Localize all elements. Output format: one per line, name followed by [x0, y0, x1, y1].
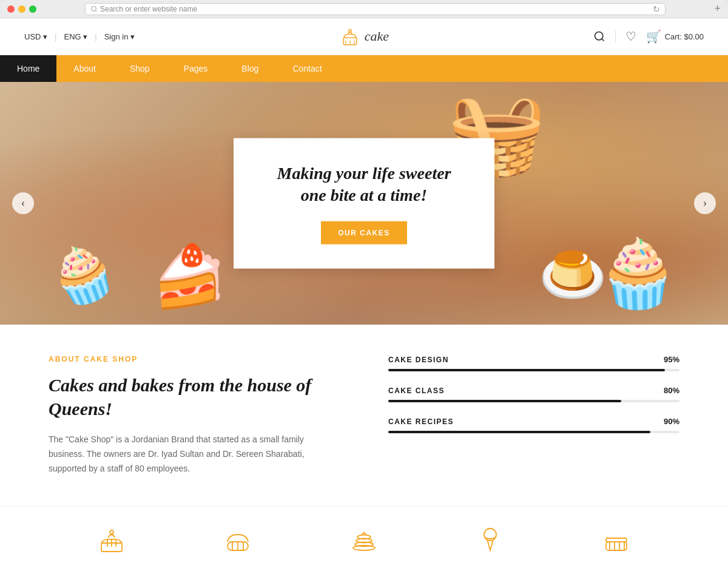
- muffin-right-decor: 🧁: [596, 234, 679, 312]
- search-button[interactable]: [593, 30, 605, 42]
- cake-icon: [96, 525, 127, 555]
- skill-header-1: CAKE DESIGN 95%: [388, 355, 679, 364]
- svg-rect-23: [606, 542, 627, 550]
- nav-item-home[interactable]: Home: [0, 55, 56, 82]
- ice-cream-icon: [475, 525, 505, 555]
- cart-text: Cart: $0.00: [665, 32, 704, 41]
- icon-item-5: [601, 525, 632, 555]
- refresh-icon[interactable]: ↻: [653, 4, 660, 14]
- muffin-center-decor: 🍰: [152, 241, 228, 312]
- maximize-button[interactable]: [29, 5, 36, 13]
- svg-point-7: [595, 32, 602, 40]
- skill-cake-design: CAKE DESIGN 95%: [388, 355, 679, 371]
- icon-item-3: [349, 525, 379, 555]
- our-cakes-button[interactable]: OUR CAKES: [321, 221, 407, 244]
- about-skills: CAKE DESIGN 95% CAKE CLASS 80%: [388, 355, 679, 476]
- separator-1: |: [55, 32, 56, 41]
- svg-point-3: [349, 29, 351, 32]
- about-description: The "Cake Shop" is a Jordanian Brand tha…: [49, 433, 340, 476]
- language-selector[interactable]: ENG ▾: [64, 32, 87, 41]
- about-left: ABOUT CAKE SHOP Cakes and bakes from the…: [49, 355, 340, 476]
- logo-text: cake: [365, 29, 389, 44]
- muffin-left-decor: 🧁: [39, 233, 125, 316]
- slider-prev-button[interactable]: ‹: [12, 192, 34, 214]
- top-bar-right: ♡ 🛒 Cart: $0.00: [593, 29, 704, 44]
- icon-item-4: [475, 525, 505, 555]
- skill-pct-3: 90%: [664, 417, 679, 426]
- icon-item-2: [223, 525, 253, 555]
- browser-content: USD ▾ | ENG ▾ | Sign in ▾: [0, 18, 728, 574]
- logo-icon: [339, 25, 361, 47]
- traffic-lights: [7, 5, 36, 13]
- skill-name-2: CAKE CLASS: [388, 387, 445, 395]
- skill-name-3: CAKE RECIPES: [388, 417, 454, 426]
- new-tab-button[interactable]: +: [714, 2, 721, 15]
- logo-area[interactable]: cake: [135, 25, 593, 47]
- skill-name-1: CAKE DESIGN: [388, 356, 449, 364]
- hero-section: 🧁 🍰 🧺 🧁 🍮 ‹ › Making your life sweeter o…: [0, 82, 728, 325]
- nav-item-pages[interactable]: Pages: [167, 55, 225, 82]
- pancake-icon: [349, 525, 379, 555]
- top-bar: USD ▾ | ENG ▾ | Sign in ▾: [0, 18, 728, 55]
- svg-rect-28: [606, 538, 627, 542]
- cart-icon: 🛒: [646, 29, 661, 44]
- progress-track-1: [388, 369, 679, 371]
- hero-content-box: Making your life sweeter one bite at a t…: [234, 138, 494, 269]
- cart-button[interactable]: 🛒 Cart: $0.00: [646, 29, 704, 44]
- skill-cake-class: CAKE CLASS 80%: [388, 386, 679, 402]
- nav-item-shop[interactable]: Shop: [113, 55, 167, 82]
- nav-item-blog[interactable]: Blog: [224, 55, 275, 82]
- progress-track-2: [388, 400, 679, 402]
- about-section: ABOUT CAKE SHOP Cakes and bakes from the…: [0, 325, 728, 506]
- icon-item-1: [96, 525, 127, 555]
- signin-link[interactable]: Sign in ▾: [104, 32, 135, 41]
- skill-cake-recipes: CAKE RECIPES 90%: [388, 417, 679, 433]
- address-bar[interactable]: Search or enter website name ↻: [85, 3, 666, 15]
- skill-pct-1: 95%: [664, 355, 679, 364]
- icons-row: [0, 506, 728, 567]
- about-label: ABOUT CAKE SHOP: [49, 355, 340, 363]
- svg-point-13: [110, 530, 113, 534]
- search-icon: [593, 30, 605, 42]
- nav-item-contact[interactable]: Contact: [275, 55, 339, 82]
- close-button[interactable]: [7, 5, 15, 13]
- nav-divider: [615, 30, 616, 42]
- croissant-icon: [601, 525, 632, 555]
- progress-fill-1: [388, 369, 665, 371]
- hero-title: Making your life sweeter one bite at a t…: [264, 163, 464, 207]
- progress-fill-3: [388, 431, 650, 433]
- progress-track-3: [388, 431, 679, 433]
- search-icon: [90, 5, 98, 13]
- skill-pct-2: 80%: [664, 386, 679, 395]
- bread-icon: [223, 525, 253, 555]
- address-bar-text: Search or enter website name: [100, 5, 197, 13]
- svg-line-1: [95, 10, 96, 12]
- about-title: Cakes and bakes from the house of Queens…: [49, 373, 340, 420]
- window-chrome: Search or enter website name ↻ +: [0, 0, 728, 18]
- wishlist-button[interactable]: ♡: [625, 29, 636, 44]
- slider-next-button[interactable]: ›: [694, 192, 716, 214]
- skill-header-2: CAKE CLASS 80%: [388, 386, 679, 395]
- minimize-button[interactable]: [18, 5, 25, 13]
- progress-fill-2: [388, 400, 621, 402]
- svg-point-0: [92, 6, 96, 11]
- skill-header-3: CAKE RECIPES 90%: [388, 417, 679, 426]
- nav-item-about[interactable]: About: [56, 55, 113, 82]
- separator-2: |: [95, 32, 96, 41]
- cupcake-decor: 🍮: [539, 243, 607, 306]
- top-bar-left: USD ▾ | ENG ▾ | Sign in ▾: [24, 32, 135, 41]
- currency-selector[interactable]: USD ▾: [24, 32, 47, 41]
- main-navigation: Home About Shop Pages Blog Contact: [0, 55, 728, 82]
- svg-line-8: [602, 39, 604, 41]
